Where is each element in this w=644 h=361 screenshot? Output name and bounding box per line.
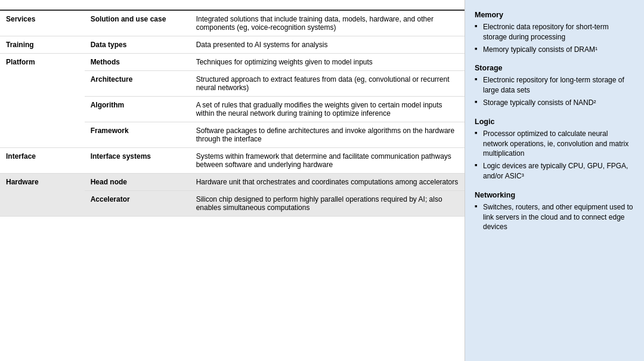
cell-stack: Head node <box>85 174 190 191</box>
cell-stack: Data types <box>85 36 190 54</box>
cell-definition: Hardware unit that orchestrates and coor… <box>190 174 465 191</box>
main-container: ServicesSolution and use caseIntegrated … <box>0 0 644 361</box>
cell-stack: Framework <box>85 122 190 148</box>
cell-stack: Interface systems <box>85 148 190 174</box>
sidebar-list: Switches, routers, and other equipment u… <box>475 202 634 232</box>
sidebar-list-item: Storage typically consists of NAND² <box>475 98 634 108</box>
table-row: PlatformMethodsTechniques for optimizing… <box>0 54 465 71</box>
cell-stack: Algorithm <box>85 97 190 122</box>
sidebar-section: NetworkingSwitches, routers, and other e… <box>475 191 634 232</box>
table-section: ServicesSolution and use caseIntegrated … <box>0 0 465 361</box>
cell-technology: Hardware <box>0 174 85 217</box>
header-technology <box>0 0 85 10</box>
table-row: ServicesSolution and use caseIntegrated … <box>0 10 465 36</box>
table-row: HardwareHead nodeHardware unit that orch… <box>0 174 465 191</box>
cell-definition: Data presented to AI systems for analysi… <box>190 36 465 54</box>
sidebar-list: Electronic data repository for short-ter… <box>475 22 634 54</box>
header-stack <box>85 0 190 10</box>
cell-definition: Structured approach to extract features … <box>190 71 465 97</box>
sidebar-list-item: Logic devices are typically CPU, GPU, FP… <box>475 161 634 181</box>
cell-definition: Systems within framework that determine … <box>190 148 465 174</box>
cell-definition: Techniques for optimizing weights given … <box>190 54 465 71</box>
cell-stack: Architecture <box>85 71 190 97</box>
cell-definition: Silicon chip designed to perform highly … <box>190 191 465 217</box>
cell-technology: Interface <box>0 148 85 174</box>
sidebar-section: StorageElectronic repository for long-te… <box>475 64 634 107</box>
sidebar-section: MemoryElectronic data repository for sho… <box>475 11 634 54</box>
sidebar-list: Electronic repository for long-term stor… <box>475 75 634 107</box>
cell-definition: Software packages to define architecture… <box>190 122 465 148</box>
cell-stack: Accelerator <box>85 191 190 217</box>
sidebar-list-item: Electronic data repository for short-ter… <box>475 22 634 42</box>
cell-stack: Solution and use case <box>85 10 190 36</box>
sidebar-section-title: Memory <box>475 11 634 19</box>
cell-definition: A set of rules that gradually modifies t… <box>190 97 465 122</box>
sidebar-section-title: Storage <box>475 64 634 72</box>
sidebar-list-item: Switches, routers, and other equipment u… <box>475 202 634 232</box>
table-row: InterfaceInterface systemsSystems within… <box>0 148 465 174</box>
sidebar-list-item: Processor optimized to calculate neural … <box>475 129 634 159</box>
cell-definition: Integrated solutions that include traini… <box>190 10 465 36</box>
cell-technology: Platform <box>0 54 85 148</box>
sidebar-section-title: Networking <box>475 191 634 199</box>
sidebar-panel: MemoryElectronic data repository for sho… <box>465 0 644 361</box>
ai-technology-table: ServicesSolution and use caseIntegrated … <box>0 0 465 217</box>
sidebar-section-title: Logic <box>475 118 634 126</box>
header-definition <box>190 0 465 10</box>
cell-stack: Methods <box>85 54 190 71</box>
sidebar-section: LogicProcessor optimized to calculate ne… <box>475 118 634 181</box>
sidebar-list: Processor optimized to calculate neural … <box>475 129 634 181</box>
table-row: TrainingData typesData presented to AI s… <box>0 36 465 54</box>
cell-technology: Services <box>0 10 85 36</box>
sidebar-list-item: Electronic repository for long-term stor… <box>475 75 634 95</box>
table-header-row <box>0 0 465 10</box>
cell-technology: Training <box>0 36 85 54</box>
sidebar-list-item: Memory typically consists of DRAM¹ <box>475 45 634 55</box>
